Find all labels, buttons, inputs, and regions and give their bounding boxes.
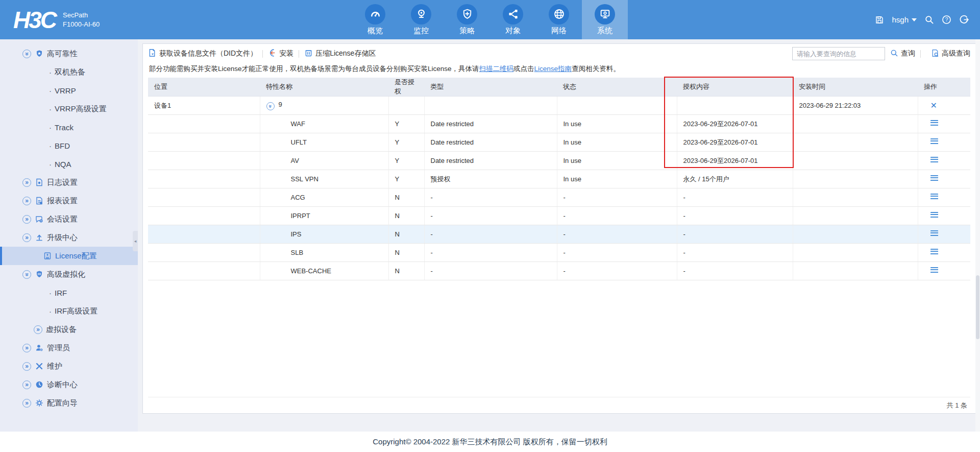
details-list-icon[interactable] (930, 175, 938, 182)
sidebar-item-irf[interactable]: ·IRF (0, 283, 138, 302)
install-button[interactable]: 安装 (268, 49, 293, 59)
chevron-right-circle-icon[interactable]: » (22, 233, 31, 242)
nav-item-系统[interactable]: 系统 (582, 0, 628, 39)
scan-qr-link[interactable]: 扫描二维码 (479, 65, 514, 73)
save-icon[interactable] (875, 15, 884, 25)
details-list-icon[interactable] (930, 138, 938, 145)
sidebar-item-virtual-device[interactable]: »虚拟设备 (0, 320, 138, 339)
details-list-icon[interactable] (930, 194, 938, 200)
nav-item-网络[interactable]: 网络 (536, 0, 582, 39)
details-list-icon[interactable] (930, 230, 938, 237)
details-list-icon[interactable] (930, 120, 938, 127)
chevron-right-circle-icon[interactable]: » (22, 399, 31, 408)
delete-icon[interactable]: ✕ (930, 101, 937, 110)
chevron-right-circle-icon[interactable]: » (34, 325, 42, 334)
chevron-right-circle-icon[interactable]: » (22, 380, 31, 389)
nav-item-概览[interactable]: 概览 (352, 0, 398, 39)
nav-item-对象[interactable]: 对象 (490, 0, 536, 39)
sidebar-item-nqa[interactable]: ·NQA (0, 155, 138, 173)
cell-type: Date restricted (424, 133, 557, 152)
cell-install-time (793, 225, 918, 244)
shield-plus-icon (457, 4, 477, 25)
column-header-操作: 操作 (918, 78, 970, 97)
user-menu[interactable]: hsgh (892, 15, 917, 24)
sidebar-item-hot-standby[interactable]: ·双机热备 (0, 63, 138, 81)
sidebar-item-label: 会话设置 (47, 215, 78, 224)
details-list-icon[interactable] (930, 267, 938, 274)
sidebar-item-track[interactable]: ·Track (0, 118, 138, 136)
cell-operation: ✕ (918, 97, 970, 115)
sidebar-item-administrator[interactable]: »管理员 (0, 339, 138, 357)
sidebar-item-diagnostic-center[interactable]: »诊断中心 (0, 375, 138, 394)
search-icon[interactable] (924, 15, 934, 25)
sidebar-item-report-settings[interactable]: »报表设置 (0, 192, 138, 210)
table-row-feature-SLB: SLBN--- (148, 244, 970, 262)
nav-item-策略[interactable]: 策略 (444, 0, 490, 39)
sidebar-item-label: 虚拟设备 (46, 325, 77, 335)
help-icon[interactable]: ? (942, 15, 951, 25)
sidebar-item-irf-advanced[interactable]: ·IRF高级设置 (0, 302, 138, 320)
cell-authorized-content: - (677, 244, 793, 262)
nav-label: 概览 (368, 26, 383, 36)
sidebar-item-label: VRRP高级设置 (55, 104, 107, 114)
sidebar-item-label: NQA (55, 160, 71, 169)
logout-icon[interactable] (959, 15, 969, 25)
cell-position (148, 170, 260, 188)
sidebar-item-advanced-virtualization[interactable]: »高级虚拟化 (0, 265, 138, 283)
cell-operation (918, 244, 970, 262)
cell-type: Date restricted (424, 152, 557, 170)
sidebar-item-high-availability[interactable]: »高可靠性 (0, 44, 138, 63)
cell-position: 设备1 (148, 97, 260, 115)
sidebar-item-license-config[interactable]: License配置 (0, 247, 138, 265)
sidebar-item-label: VRRP (55, 86, 76, 95)
cell-licensed: N (388, 207, 424, 225)
product-line1: SecPath (63, 11, 100, 20)
bullet-dot: · (49, 141, 52, 150)
sidebar-collapse-handle[interactable]: ◂ (133, 231, 138, 251)
sidebar-item-vrrp-advanced[interactable]: ·VRRP高级设置 (0, 100, 138, 118)
cell-licensed: Y (388, 133, 424, 152)
sidebar-item-maintenance[interactable]: »维护 (0, 357, 138, 375)
sidebar-item-vrrp[interactable]: ·VRRP (0, 81, 138, 100)
get-did-file-button[interactable]: 获取设备信息文件（DID文件） (148, 49, 257, 59)
bullet-dot: · (49, 105, 52, 113)
share-icon (503, 4, 523, 25)
compress-license-storage-button[interactable]: 压缩License存储区 (304, 49, 376, 59)
cell-feature-name: UFLT (260, 133, 388, 152)
chevron-right-circle-icon[interactable]: » (22, 215, 31, 224)
column-header-位置: 位置 (148, 78, 260, 97)
chevron-down-circle-icon[interactable]: » (22, 270, 31, 279)
cell-type: - (424, 262, 557, 280)
sidebar-item-upgrade-center[interactable]: »升级中心 (0, 228, 138, 247)
sidebar-item-bfd[interactable]: ·BFD (0, 136, 138, 155)
details-list-icon[interactable] (930, 212, 938, 219)
notice-text: 部分功能需购买并安装License才能正常使用，双机热备场景需为每台成员设备分别… (149, 65, 479, 73)
sidebar-item-config-wizard[interactable]: »配置向导 (0, 394, 138, 412)
chevron-down-circle-icon[interactable]: » (22, 50, 31, 58)
nav-label: 策略 (459, 26, 475, 36)
chevron-right-circle-icon[interactable]: » (22, 178, 31, 187)
chevron-down-icon (912, 18, 917, 21)
query-button[interactable]: 查询 (890, 49, 915, 59)
nav-item-监控[interactable]: 监控 (398, 0, 444, 39)
bullet-dot: · (49, 289, 52, 297)
details-list-icon[interactable] (930, 249, 938, 255)
sidebar-item-label: 管理员 (47, 343, 70, 353)
system-gear-icon (595, 4, 615, 25)
search-input[interactable] (792, 47, 885, 60)
scrollbar-thumb[interactable] (976, 275, 979, 339)
chevron-right-circle-icon[interactable]: » (22, 362, 31, 371)
sidebar-item-session-settings[interactable]: »会话设置 (0, 210, 138, 228)
chevron-right-circle-icon[interactable]: » (22, 197, 31, 205)
advanced-query-button[interactable]: 高级查询 (931, 49, 970, 59)
cell-status: In use (557, 170, 677, 188)
cell-operation (918, 115, 970, 133)
details-list-icon[interactable] (930, 157, 938, 163)
cell-operation (918, 225, 970, 244)
notice-text: 或点击 (513, 65, 534, 73)
sidebar-item-log-settings[interactable]: »日志设置 (0, 173, 138, 192)
page-scrollbar[interactable] (975, 39, 980, 432)
license-guide-link[interactable]: License指南 (534, 65, 572, 73)
chevron-right-circle-icon[interactable]: » (22, 344, 31, 352)
collapse-row-icon[interactable]: » (266, 102, 275, 110)
